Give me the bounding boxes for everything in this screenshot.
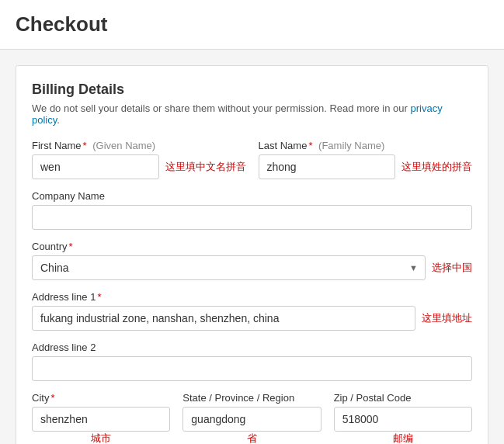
page-header: Checkout xyxy=(0,0,504,50)
company-name-group: Company Name xyxy=(32,190,472,230)
last-name-hint: 这里填姓的拼音 xyxy=(401,160,472,174)
address1-input[interactable] xyxy=(32,306,415,331)
country-label: Country* xyxy=(32,241,472,252)
city-group: City* 城市 xyxy=(32,392,170,444)
first-name-group: First Name* (Given Name) 这里填中文名拼音 xyxy=(32,140,246,179)
company-name-label: Company Name xyxy=(32,190,472,202)
billing-card: Billing Details We do not sell your deta… xyxy=(16,65,488,444)
zip-label: Zip / Postal Code xyxy=(334,392,472,404)
address2-group: Address line 2 xyxy=(32,342,472,381)
last-name-input[interactable] xyxy=(259,154,396,179)
state-group: State / Province / Region 省 xyxy=(182,392,321,444)
company-name-input[interactable] xyxy=(32,205,472,230)
address1-label: Address line 1* xyxy=(32,291,472,303)
billing-title: Billing Details xyxy=(32,82,472,98)
address1-group: Address line 1* 这里填地址 xyxy=(32,291,472,331)
city-label: City* xyxy=(32,392,170,404)
city-input[interactable] xyxy=(32,407,170,432)
state-sub-hint: 省 xyxy=(182,432,321,444)
zip-input[interactable] xyxy=(334,407,472,432)
country-group: Country* China 选择中国 xyxy=(32,241,472,280)
address2-input[interactable] xyxy=(32,356,472,381)
last-name-group: Last Name* (Family Name) 这里填姓的拼音 xyxy=(259,140,473,179)
state-input[interactable] xyxy=(182,407,321,432)
address2-label: Address line 2 xyxy=(32,342,472,353)
first-name-input[interactable] xyxy=(32,154,159,179)
page-title: Checkout xyxy=(16,12,488,36)
country-select[interactable]: China xyxy=(32,255,426,280)
address1-hint: 这里填地址 xyxy=(422,311,472,325)
first-name-label: First Name* (Given Name) xyxy=(32,140,246,151)
city-sub-hint: 城市 xyxy=(32,432,170,444)
zip-group: Zip / Postal Code 邮编 xyxy=(334,392,472,444)
last-name-label: Last Name* (Family Name) xyxy=(259,140,473,151)
privacy-notice: We do not sell your details or share the… xyxy=(32,102,472,126)
first-name-hint: 这里填中文名拼音 xyxy=(165,160,246,174)
zip-sub-hint: 邮编 xyxy=(334,432,472,444)
country-hint: 选择中国 xyxy=(432,261,472,275)
main-content: Billing Details We do not sell your deta… xyxy=(0,50,504,444)
state-label: State / Province / Region xyxy=(182,392,321,404)
privacy-notice-text: We do not sell your details or share the… xyxy=(32,102,408,114)
